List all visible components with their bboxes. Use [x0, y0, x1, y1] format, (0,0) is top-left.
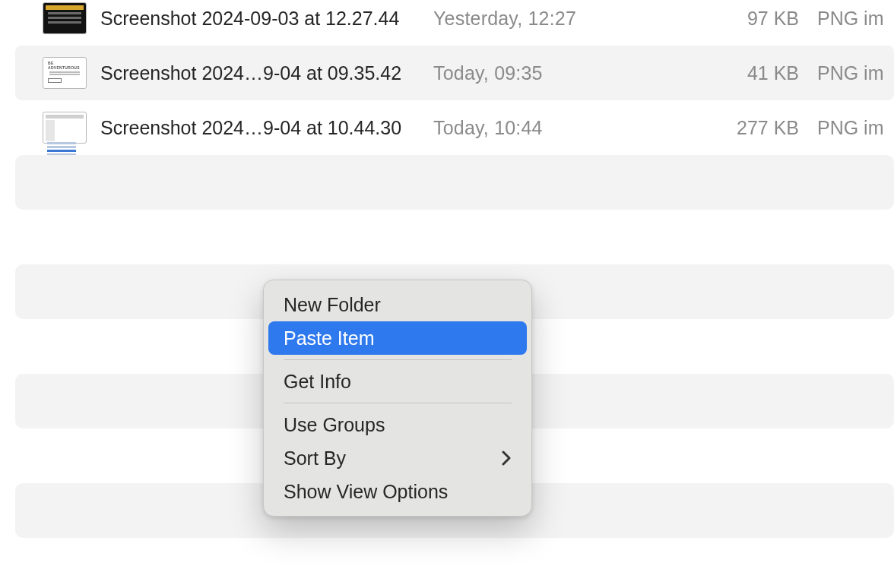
- menu-sort-by[interactable]: Sort By: [268, 441, 527, 475]
- file-date: Today, 09:35: [433, 62, 684, 84]
- context-menu: New Folder Paste Item Get Info Use Group…: [263, 280, 532, 517]
- menu-get-info[interactable]: Get Info: [268, 365, 527, 398]
- file-thumbnail: BE ADVENTUROUS: [43, 57, 87, 89]
- file-size: 97 KB: [684, 8, 817, 30]
- menu-show-view-options[interactable]: Show View Options: [268, 475, 527, 508]
- file-name: Screenshot 2024…9-04 at 10.44.30: [100, 117, 433, 139]
- menu-label: Use Groups: [284, 408, 385, 441]
- menu-new-folder[interactable]: New Folder: [268, 288, 527, 321]
- file-row[interactable]: Screenshot 2024-09-03 at 12.27.44 Yester…: [15, 0, 894, 46]
- file-size: 41 KB: [684, 62, 817, 84]
- empty-row: [15, 538, 894, 588]
- file-date: Today, 10:44: [433, 117, 684, 139]
- menu-label: Paste Item: [284, 321, 375, 355]
- file-kind: PNG im: [817, 62, 884, 84]
- chevron-right-icon: [501, 450, 512, 466]
- file-row[interactable]: Screenshot 2024…9-04 at 10.44.30 Today, …: [15, 100, 894, 155]
- empty-row: [15, 155, 894, 210]
- menu-use-groups[interactable]: Use Groups: [268, 408, 527, 441]
- menu-separator: [284, 403, 512, 403]
- menu-label: Sort By: [284, 441, 346, 475]
- file-name: Screenshot 2024-09-03 at 12.27.44: [100, 8, 433, 30]
- menu-paste-item[interactable]: Paste Item: [268, 321, 527, 355]
- menu-label: Get Info: [284, 365, 351, 398]
- file-kind: PNG im: [817, 8, 884, 30]
- file-size: 277 KB: [684, 117, 817, 139]
- file-row[interactable]: BE ADVENTUROUS Screenshot 2024…9-04 at 0…: [15, 46, 894, 100]
- file-thumbnail: [43, 2, 87, 34]
- file-date: Yesterday, 12:27: [433, 8, 684, 30]
- menu-label: Show View Options: [284, 475, 448, 508]
- menu-label: New Folder: [284, 288, 381, 321]
- file-name: Screenshot 2024…9-04 at 09.35.42: [100, 62, 433, 84]
- file-kind: PNG im: [817, 117, 884, 139]
- empty-row: [15, 210, 894, 264]
- file-thumbnail: [43, 112, 87, 144]
- menu-separator: [284, 359, 512, 360]
